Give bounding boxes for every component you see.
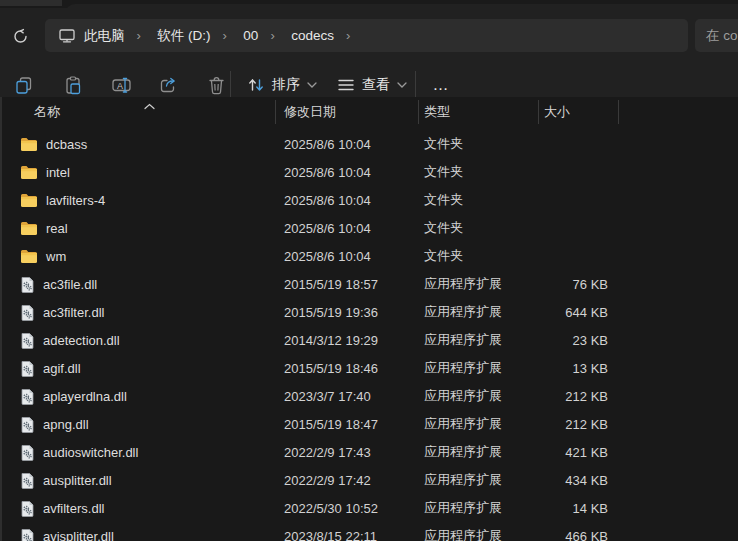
file-name: apng.dll	[43, 417, 89, 432]
file-date-modified: 2022/5/30 10:52	[284, 501, 424, 516]
refresh-button[interactable]	[4, 20, 36, 52]
dll-file-icon	[20, 500, 35, 517]
file-row[interactable]: lavfilters-4 2025/8/6 10:04 文件夹	[0, 186, 738, 214]
sort-ascending-icon	[144, 96, 155, 114]
dll-file-icon	[20, 276, 35, 293]
file-rows: dcbass 2025/8/6 10:04 文件夹	[0, 130, 738, 541]
file-name: avfilters.dll	[43, 501, 104, 516]
file-row[interactable]: ausplitter.dll 2022/2/9 17:42 应用程序扩展 434…	[0, 466, 738, 494]
file-row[interactable]: avfilters.dll 2022/5/30 10:52 应用程序扩展 14 …	[0, 494, 738, 522]
file-size: 212 KB	[538, 417, 608, 432]
column-header-type[interactable]: 类型	[424, 97, 450, 127]
pane-left-edge	[0, 97, 2, 541]
column-header-size[interactable]: 大小	[544, 97, 570, 127]
file-name: ac3file.dll	[43, 277, 97, 292]
file-type: 应用程序扩展	[424, 527, 538, 541]
file-name: avisplitter.dll	[43, 529, 114, 541]
view-icon	[337, 78, 355, 92]
file-row[interactable]: agif.dll 2015/5/19 18:46 应用程序扩展 13 KB	[0, 354, 738, 382]
chevron-down-icon	[397, 82, 407, 88]
dll-file-icon	[20, 416, 35, 433]
file-date-modified: 2022/2/9 17:43	[284, 445, 424, 460]
file-date-modified: 2025/8/6 10:04	[284, 137, 424, 152]
dll-file-icon	[20, 304, 35, 321]
column-divider[interactable]	[618, 100, 619, 124]
file-type: 应用程序扩展	[424, 499, 538, 517]
file-row[interactable]: wm 2025/8/6 10:04 文件夹	[0, 242, 738, 270]
file-type: 应用程序扩展	[424, 275, 538, 293]
file-type: 应用程序扩展	[424, 471, 538, 489]
view-label: 查看	[362, 76, 390, 94]
file-row[interactable]: avisplitter.dll 2023/8/15 22:11 应用程序扩展 4…	[0, 522, 738, 541]
chevron-right-icon: ›	[217, 28, 233, 43]
file-row[interactable]: audioswitcher.dll 2022/2/9 17:43 应用程序扩展 …	[0, 438, 738, 466]
paste-icon	[63, 75, 83, 95]
file-name: real	[46, 221, 68, 236]
file-name: agif.dll	[43, 361, 81, 376]
breadcrumb-item[interactable]: 软件 (D:)	[151, 25, 216, 46]
file-size: 23 KB	[538, 333, 608, 348]
dll-file-icon	[20, 388, 35, 405]
address-bar[interactable]: 此电脑› 软件 (D:)› 00› codecs›	[45, 19, 688, 52]
file-name: dcbass	[46, 137, 87, 152]
file-date-modified: 2015/5/19 19:36	[284, 305, 424, 320]
explorer-chrome: 此电脑› 软件 (D:)› 00› codecs› 在 co A	[0, 8, 738, 97]
breadcrumb-item[interactable]: codecs	[285, 25, 340, 46]
search-box[interactable]: 在 co	[695, 19, 738, 52]
file-type: 文件夹	[424, 135, 538, 153]
breadcrumb-item[interactable]: 00	[237, 25, 264, 46]
file-name: aplayerdlna.dll	[43, 389, 127, 404]
column-divider[interactable]	[418, 100, 419, 124]
file-row[interactable]: apng.dll 2015/5/19 18:47 应用程序扩展 212 KB	[0, 410, 738, 438]
column-header-date[interactable]: 修改日期	[284, 97, 336, 127]
file-row[interactable]: adetection.dll 2014/3/12 19:29 应用程序扩展 23…	[0, 326, 738, 354]
file-date-modified: 2025/8/6 10:04	[284, 193, 424, 208]
file-name: wm	[46, 249, 66, 264]
file-size: 212 KB	[538, 389, 608, 404]
file-type: 应用程序扩展	[424, 415, 538, 433]
file-size: 466 KB	[538, 529, 608, 541]
chevron-right-icon: ›	[264, 28, 280, 43]
refresh-icon	[12, 28, 29, 45]
file-row[interactable]: real 2025/8/6 10:04 文件夹	[0, 214, 738, 242]
folder-icon	[20, 165, 38, 180]
dll-file-icon	[20, 472, 35, 489]
file-date-modified: 2025/8/6 10:04	[284, 221, 424, 236]
file-date-modified: 2014/3/12 19:29	[284, 333, 424, 348]
toolbar-separator	[230, 71, 231, 99]
file-row[interactable]: ac3file.dll 2015/5/19 18:57 应用程序扩展 76 KB	[0, 270, 738, 298]
file-size: 421 KB	[538, 445, 608, 460]
file-date-modified: 2023/8/15 22:11	[284, 529, 424, 541]
column-divider[interactable]	[538, 100, 539, 124]
sort-icon	[247, 76, 265, 94]
file-type: 应用程序扩展	[424, 387, 538, 405]
file-date-modified: 2025/8/6 10:04	[284, 249, 424, 264]
dll-file-icon	[20, 528, 35, 541]
file-date-modified: 2025/8/6 10:04	[284, 165, 424, 180]
file-date-modified: 2015/5/19 18:57	[284, 277, 424, 292]
column-header-name[interactable]: 名称	[34, 97, 60, 127]
file-type: 应用程序扩展	[424, 359, 538, 377]
tab-fragment	[0, 0, 62, 6]
column-divider[interactable]	[275, 100, 276, 124]
folder-icon	[20, 137, 38, 152]
chevron-right-icon: ›	[131, 28, 147, 43]
file-type: 应用程序扩展	[424, 331, 538, 349]
file-row[interactable]: aplayerdlna.dll 2023/3/7 17:40 应用程序扩展 21…	[0, 382, 738, 410]
column-header-row: 名称 修改日期 类型 大小	[0, 97, 738, 127]
toolbar-separator	[415, 71, 416, 99]
file-row[interactable]: ac3filter.dll 2015/5/19 19:36 应用程序扩展 644…	[0, 298, 738, 326]
file-row[interactable]: dcbass 2025/8/6 10:04 文件夹	[0, 130, 738, 158]
file-type: 文件夹	[424, 219, 538, 237]
share-icon	[158, 75, 178, 95]
svg-text:A: A	[117, 81, 123, 91]
file-name: audioswitcher.dll	[43, 445, 138, 460]
breadcrumb: 此电脑› 软件 (D:)› 00› codecs›	[78, 26, 356, 45]
copy-icon	[14, 75, 34, 95]
breadcrumb-item[interactable]: 此电脑	[78, 25, 131, 46]
file-size: 13 KB	[538, 361, 608, 376]
delete-icon	[207, 75, 226, 95]
file-row[interactable]: intel 2025/8/6 10:04 文件夹	[0, 158, 738, 186]
file-list-pane: 名称 修改日期 类型 大小	[0, 97, 738, 541]
file-name: intel	[46, 165, 70, 180]
